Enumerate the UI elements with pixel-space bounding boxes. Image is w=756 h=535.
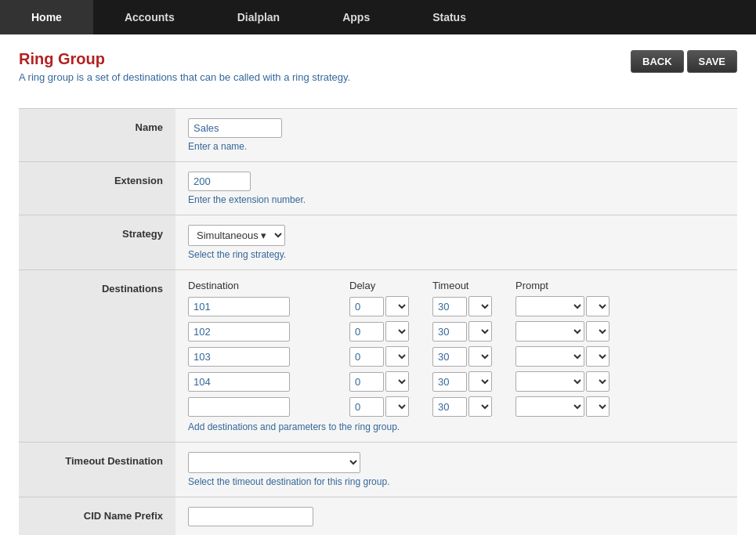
dest-3-delay-group: ▾ <box>349 346 428 367</box>
dest-4-prompt-arrow[interactable]: ▾ <box>586 371 610 392</box>
cid-input[interactable] <box>188 507 313 526</box>
strategy-select[interactable]: Simultaneous ▾ Sequential Random Enterpr… <box>188 225 285 246</box>
dest-5-delay-group: ▾ <box>349 396 428 417</box>
dest-row-3: ▾ ▾ ▾ <box>188 346 725 367</box>
strategy-field-cell: Simultaneous ▾ Sequential Random Enterpr… <box>175 215 737 270</box>
dest-2-prompt-group: ▾ <box>515 321 610 342</box>
dest-row-1: ▾ ▾ ▾ <box>188 296 725 316</box>
dest-4-delay-select[interactable]: ▾ <box>385 371 409 392</box>
name-field-cell: Enter a name. <box>175 109 737 162</box>
nav-dialplan[interactable]: Dialplan <box>206 0 311 34</box>
dest-2-input[interactable] <box>188 322 290 342</box>
name-label: Name <box>19 109 175 162</box>
dest-2-delay-select[interactable]: ▾ <box>385 321 409 342</box>
dest-5-input[interactable] <box>188 397 290 417</box>
dest-2-prompt-arrow[interactable]: ▾ <box>586 321 610 342</box>
dest-5-prompt-select[interactable] <box>515 396 584 417</box>
dest-5-timeout-select[interactable]: ▾ <box>468 396 492 417</box>
dest-2-timeout-select[interactable]: ▾ <box>468 321 492 342</box>
dest-3-prompt-select[interactable] <box>515 346 584 367</box>
header-actions: BACK SAVE <box>631 50 737 73</box>
dest-4-delay[interactable] <box>349 372 384 392</box>
timeout-dest-select[interactable] <box>188 452 360 473</box>
strategy-row: Strategy Simultaneous ▾ Sequential Rando… <box>19 215 737 270</box>
nav-accounts[interactable]: Accounts <box>93 0 206 34</box>
dest-col-prompt: Prompt <box>515 280 610 291</box>
dest-4-prompt-group: ▾ <box>515 371 610 392</box>
page-description: A ring group is a set of destinations th… <box>19 71 350 83</box>
destinations-field-cell: Destination Delay Timeout Prompt ▾ ▾ <box>175 270 737 443</box>
dest-3-delay-select[interactable]: ▾ <box>385 346 409 367</box>
dest-row-2: ▾ ▾ ▾ <box>188 321 725 342</box>
dest-3-timeout[interactable] <box>432 347 467 367</box>
extension-label: Extension <box>19 162 175 215</box>
dest-5-prompt-group: ▾ <box>515 396 610 417</box>
dest-4-input[interactable] <box>188 372 290 392</box>
dest-col-timeout: Timeout <box>432 280 511 291</box>
dest-5-timeout-group: ▾ <box>432 396 511 417</box>
name-input[interactable] <box>188 118 282 138</box>
dest-1-timeout-select[interactable]: ▾ <box>468 296 492 316</box>
dest-1-prompt-select[interactable] <box>515 296 584 316</box>
name-hint: Enter a name. <box>188 141 725 152</box>
dest-2-timeout-group: ▾ <box>432 321 511 342</box>
extension-input[interactable] <box>188 172 251 191</box>
dest-4-prompt-select[interactable] <box>515 371 584 392</box>
dest-2-timeout[interactable] <box>432 322 467 342</box>
dest-1-timeout-group: ▾ <box>432 296 511 316</box>
timeout-dest-field-cell: Select the timeout destination for this … <box>175 443 737 497</box>
dest-5-prompt-arrow[interactable]: ▾ <box>586 396 610 417</box>
extension-hint: Enter the extension number. <box>188 194 725 205</box>
extension-field-cell: Enter the extension number. <box>175 162 737 215</box>
dest-row-5: ▾ ▾ ▾ <box>188 396 725 417</box>
nav-apps[interactable]: Apps <box>311 0 401 34</box>
extension-row: Extension Enter the extension number. <box>19 162 737 215</box>
save-button[interactable]: SAVE <box>687 50 737 73</box>
dest-3-prompt-group: ▾ <box>515 346 610 367</box>
dest-3-timeout-group: ▾ <box>432 346 511 367</box>
timeout-dest-hint: Select the timeout destination for this … <box>188 476 725 487</box>
dest-3-input[interactable] <box>188 347 290 367</box>
dest-5-timeout[interactable] <box>432 397 467 417</box>
page-header: Ring Group A ring group is a set of dest… <box>19 50 737 96</box>
nav-status[interactable]: Status <box>401 0 497 34</box>
dest-1-input[interactable] <box>188 297 290 316</box>
dest-2-prompt-select[interactable] <box>515 321 584 342</box>
dest-4-timeout[interactable] <box>432 372 467 392</box>
dest-2-delay-group: ▾ <box>349 321 428 342</box>
dest-3-delay[interactable] <box>349 347 384 367</box>
dest-1-delay[interactable] <box>349 297 384 316</box>
dest-1-prompt-arrow[interactable]: ▾ <box>586 296 610 316</box>
destinations-row: Destinations Destination Delay Timeout P… <box>19 270 737 443</box>
title-block: Ring Group A ring group is a set of dest… <box>19 50 350 96</box>
timeout-dest-label: Timeout Destination <box>19 443 175 497</box>
dest-3-prompt-arrow[interactable]: ▾ <box>586 346 610 367</box>
dest-4-timeout-select[interactable]: ▾ <box>468 371 492 392</box>
navigation: Home Accounts Dialplan Apps Status <box>0 0 756 34</box>
page-content: Ring Group A ring group is a set of dest… <box>0 34 756 535</box>
strategy-hint: Select the ring strategy. <box>188 249 725 260</box>
dest-1-timeout[interactable] <box>432 297 467 316</box>
strategy-label: Strategy <box>19 215 175 270</box>
dest-4-timeout-group: ▾ <box>432 371 511 392</box>
back-button[interactable]: BACK <box>631 50 684 73</box>
dest-3-timeout-select[interactable]: ▾ <box>468 346 492 367</box>
dest-hint: Add destinations and parameters to the r… <box>188 421 725 432</box>
dest-1-prompt-group: ▾ <box>515 296 610 316</box>
dest-column-headers: Destination Delay Timeout Prompt <box>188 280 725 291</box>
dest-col-destination: Destination <box>188 280 345 291</box>
cid-field-cell <box>175 497 737 536</box>
dest-5-delay[interactable] <box>349 397 384 417</box>
dest-row-4: ▾ ▾ ▾ <box>188 371 725 392</box>
dest-2-delay[interactable] <box>349 322 384 342</box>
timeout-dest-row: Timeout Destination Select the timeout d… <box>19 443 737 497</box>
dest-1-delay-group: ▾ <box>349 296 428 316</box>
dest-col-delay: Delay <box>349 280 428 291</box>
cid-label: CID Name Prefix <box>19 497 175 536</box>
nav-home[interactable]: Home <box>0 0 93 34</box>
dest-4-delay-group: ▾ <box>349 371 428 392</box>
dest-5-delay-select[interactable]: ▾ <box>385 396 409 417</box>
name-row: Name Enter a name. <box>19 109 737 162</box>
dest-1-delay-select[interactable]: ▾ <box>385 296 409 316</box>
page-title: Ring Group <box>19 50 350 68</box>
